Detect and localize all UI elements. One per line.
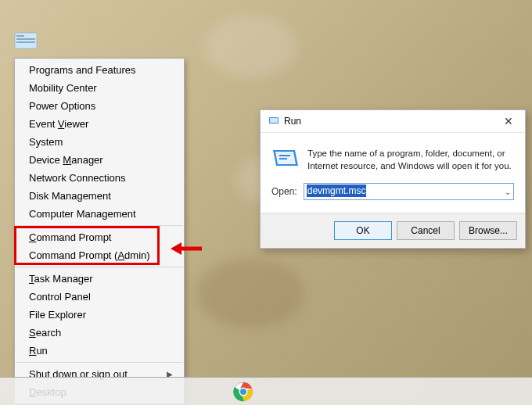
run-button-row: OK Cancel Browse... — [261, 213, 525, 248]
menu-item-label: Network Connections — [29, 172, 126, 184]
menu-item-label: Computer Management — [29, 208, 136, 220]
menu-item-command-prompt[interactable]: Command Prompt — [15, 228, 184, 246]
menu-item-network-connections[interactable]: Network Connections — [15, 169, 184, 187]
menu-item-label: Disk Management — [29, 190, 111, 202]
menu-item-task-manager[interactable]: Task Manager — [15, 270, 184, 288]
menu-item-device-manager[interactable]: Device Manager — [15, 151, 184, 169]
run-description: Type the name of a program, folder, docu… — [307, 147, 514, 172]
menu-item-search[interactable]: Search — [15, 324, 184, 342]
run-body-icon — [271, 147, 300, 169]
menu-item-event-viewer[interactable]: Event Viewer — [15, 115, 184, 133]
menu-item-label: Command Prompt (Admin) — [29, 249, 150, 261]
menu-item-disk-management[interactable]: Disk Management — [15, 187, 184, 205]
menu-separator — [16, 267, 183, 267]
menu-item-label: Event Viewer — [29, 118, 88, 130]
menu-separator — [16, 225, 183, 226]
winx-context-menu: Programs and FeaturesMobility CenterPowe… — [14, 58, 185, 404]
run-dialog: Run ✕ Type the name of a program, folder… — [260, 109, 526, 249]
close-button[interactable]: ✕ — [498, 113, 519, 129]
open-combobox[interactable]: devmgmt.msc ⌄ — [304, 183, 514, 200]
menu-item-label: Mobility Center — [29, 82, 97, 94]
menu-item-label: Programs and Features — [29, 64, 136, 76]
svg-point-14 — [240, 389, 246, 395]
run-titlebar[interactable]: Run ✕ — [261, 110, 525, 133]
menu-item-label: Power Options — [29, 100, 95, 112]
menu-item-label: Run — [29, 345, 48, 357]
menu-item-label: Search — [29, 327, 61, 339]
menu-item-power-options[interactable]: Power Options — [15, 97, 184, 115]
menu-item-label: System — [29, 136, 63, 148]
menu-item-control-panel[interactable]: Control Panel — [15, 288, 184, 306]
svg-rect-10 — [279, 155, 290, 156]
svg-rect-2 — [16, 38, 35, 40]
svg-rect-7 — [270, 118, 278, 123]
chrome-icon[interactable] — [233, 382, 253, 402]
browse-button[interactable]: Browse... — [459, 221, 517, 240]
svg-rect-3 — [16, 41, 35, 43]
menu-item-label: Command Prompt — [29, 231, 111, 243]
menu-separator — [16, 362, 183, 363]
menu-item-system[interactable]: System — [15, 133, 184, 151]
menu-item-mobility-center[interactable]: Mobility Center — [15, 79, 184, 97]
run-title-text: Run — [284, 116, 301, 127]
menu-item-command-prompt-admin-[interactable]: Command Prompt (Admin) — [15, 246, 184, 264]
menu-item-label: Task Manager — [29, 273, 93, 285]
svg-rect-11 — [279, 158, 287, 159]
menu-item-computer-management[interactable]: Computer Management — [15, 205, 184, 223]
menu-item-file-explorer[interactable]: File Explorer — [15, 306, 184, 324]
taskbar[interactable] — [0, 377, 532, 405]
menu-item-programs-and-features[interactable]: Programs and Features — [15, 61, 184, 79]
run-icon — [268, 115, 279, 128]
ok-button[interactable]: OK — [334, 221, 392, 240]
menu-item-run[interactable]: Run — [15, 342, 184, 360]
open-label: Open: — [271, 186, 297, 197]
open-input[interactable] — [304, 183, 514, 200]
menu-item-label: File Explorer — [29, 309, 86, 321]
menu-item-label: Device Manager — [29, 154, 103, 166]
desktop-folder-icon[interactable] — [14, 31, 38, 50]
svg-rect-1 — [16, 35, 24, 37]
menu-item-label: Control Panel — [29, 291, 91, 303]
cancel-button[interactable]: Cancel — [397, 221, 455, 240]
